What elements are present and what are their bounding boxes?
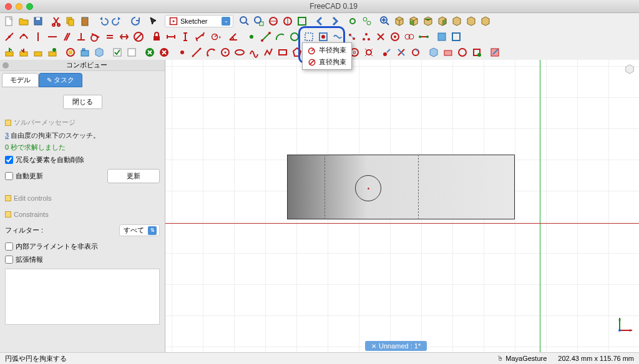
constr-symmetric-icon[interactable]: [117, 30, 131, 44]
constr-length-icon[interactable]: [193, 30, 207, 44]
constr-equal-icon[interactable]: [103, 30, 117, 44]
workbench-selector[interactable]: Sketcher ⌄: [165, 15, 233, 27]
dock-handle-icon[interactable]: [2, 62, 9, 69]
constr-radius-dropdown[interactable]: [207, 30, 226, 44]
extended-checkbox[interactable]: [5, 256, 13, 264]
close-window[interactable]: [5, 3, 12, 10]
sk-ellipse-icon[interactable]: [233, 46, 246, 59]
geom-circle-icon[interactable]: [288, 30, 301, 44]
constr-horizontal-icon[interactable]: [46, 30, 59, 44]
open-icon[interactable]: [17, 14, 31, 28]
pointer-icon[interactable]: [147, 14, 160, 28]
hide-alignment-checkbox[interactable]: [5, 242, 13, 251]
group2-icon[interactable]: [92, 46, 106, 59]
update-button[interactable]: 更新: [107, 169, 160, 183]
minimize-window[interactable]: [16, 3, 22, 10]
geom-ref1-icon[interactable]: [302, 30, 316, 44]
check2-icon[interactable]: [125, 46, 139, 59]
undo-icon[interactable]: [96, 14, 110, 28]
tab-model[interactable]: モデル: [2, 73, 39, 87]
geom-ref9-icon[interactable]: [417, 30, 431, 44]
sk-rect-icon[interactable]: [276, 46, 290, 59]
constr-pointon-icon[interactable]: [17, 30, 31, 44]
nav-cube-icon[interactable]: [624, 64, 635, 75]
constr-block-icon[interactable]: [132, 30, 145, 44]
sk-tool1-icon[interactable]: [380, 46, 394, 59]
sk-view1-icon[interactable]: [427, 46, 441, 59]
zoom-window[interactable]: [26, 3, 33, 10]
copy-icon[interactable]: [64, 14, 77, 28]
geom-point-icon[interactable]: [245, 30, 258, 44]
geom-ref4-icon[interactable]: [345, 30, 359, 44]
view-top-icon[interactable]: [421, 14, 435, 28]
sketch-circle-center[interactable]: [368, 188, 369, 189]
3d-view[interactable]: ✕ Unnamed : 1*: [165, 60, 639, 352]
geom-ref5-icon[interactable]: [359, 30, 373, 44]
geom-ref8-icon[interactable]: [402, 30, 416, 44]
solid-face[interactable]: [287, 155, 515, 219]
macro-run-icon[interactable]: [46, 46, 59, 59]
constr-parallel-icon[interactable]: [60, 30, 74, 44]
view-front-icon[interactable]: [407, 14, 421, 28]
view-left-icon[interactable]: [479, 14, 492, 28]
geom-ref2-icon[interactable]: [316, 30, 330, 44]
constr-lock-icon[interactable]: [150, 30, 163, 44]
geom-arc-icon[interactable]: [273, 30, 287, 44]
geom-ref7-icon[interactable]: [388, 30, 402, 44]
sk-view4-icon[interactable]: [470, 46, 484, 59]
nav-style[interactable]: 🖱 MayaGesture: [497, 355, 547, 362]
cut-icon[interactable]: [49, 14, 63, 28]
sk-edit-icon[interactable]: [488, 46, 502, 59]
bbox-icon[interactable]: [295, 14, 309, 28]
macro-list-icon[interactable]: [31, 46, 45, 59]
view-bottom-icon[interactable]: [464, 14, 478, 28]
edge-2[interactable]: [418, 155, 419, 219]
close-button[interactable]: 閉じる: [63, 95, 102, 109]
constr-vdist-icon[interactable]: [178, 30, 192, 44]
auto-remove-checkbox[interactable]: [5, 156, 13, 164]
drawstyle-icon[interactable]: [266, 14, 280, 28]
sk-point-icon[interactable]: [175, 46, 189, 59]
constr-hdist-icon[interactable]: [164, 30, 178, 44]
tab-task[interactable]: タスク: [39, 73, 82, 87]
editcontrols-section-head[interactable]: Edit controls: [5, 192, 160, 204]
misc-2-icon[interactable]: [449, 30, 463, 44]
nav-fwd-icon[interactable]: [328, 14, 341, 28]
close-tab-icon[interactable]: ✕: [371, 343, 376, 350]
sk-tool3-icon[interactable]: [409, 46, 422, 59]
macro-stop-icon[interactable]: [17, 46, 31, 59]
radius-constraint-item[interactable]: 半径拘束: [305, 44, 349, 56]
auto-update-checkbox[interactable]: [5, 172, 13, 180]
sk-circle-icon[interactable]: [218, 46, 232, 59]
check-icon[interactable]: [110, 46, 124, 59]
part-icon[interactable]: [64, 46, 77, 59]
group-icon[interactable]: [78, 46, 92, 59]
sk-external-icon[interactable]: [362, 46, 376, 59]
sk-arc-icon[interactable]: [204, 46, 218, 59]
macro-rec-icon[interactable]: [2, 46, 16, 59]
zoom-in-icon[interactable]: [378, 14, 392, 28]
link2-icon[interactable]: [360, 14, 374, 28]
sk-view3-icon[interactable]: [456, 46, 469, 59]
document-tab[interactable]: ✕ Unnamed : 1*: [365, 341, 427, 351]
zoom-fit-icon[interactable]: [238, 14, 251, 28]
diameter-constraint-item[interactable]: 直径拘束: [305, 56, 349, 68]
cross-icon[interactable]: [143, 46, 157, 59]
constr-vertical-icon[interactable]: [31, 30, 45, 44]
save-icon[interactable]: [31, 14, 45, 28]
geom-ref3-icon[interactable]: [331, 30, 344, 44]
nav-back-icon[interactable]: [313, 14, 327, 28]
geom-ref6-icon[interactable]: [374, 30, 388, 44]
zoom-sel-icon[interactable]: [252, 14, 266, 28]
paste-icon[interactable]: [78, 14, 92, 28]
drawstyle2-icon[interactable]: [281, 14, 295, 28]
sk-line-icon[interactable]: [190, 46, 203, 59]
refresh-icon[interactable]: [129, 14, 142, 28]
geom-line-icon[interactable]: [259, 30, 273, 44]
view-right-icon[interactable]: [436, 14, 449, 28]
stop-icon[interactable]: [157, 46, 171, 59]
link-icon[interactable]: [346, 14, 359, 28]
misc-1-icon[interactable]: [435, 30, 449, 44]
sk-bspline-icon[interactable]: [247, 46, 261, 59]
view-iso-icon[interactable]: [393, 14, 406, 28]
